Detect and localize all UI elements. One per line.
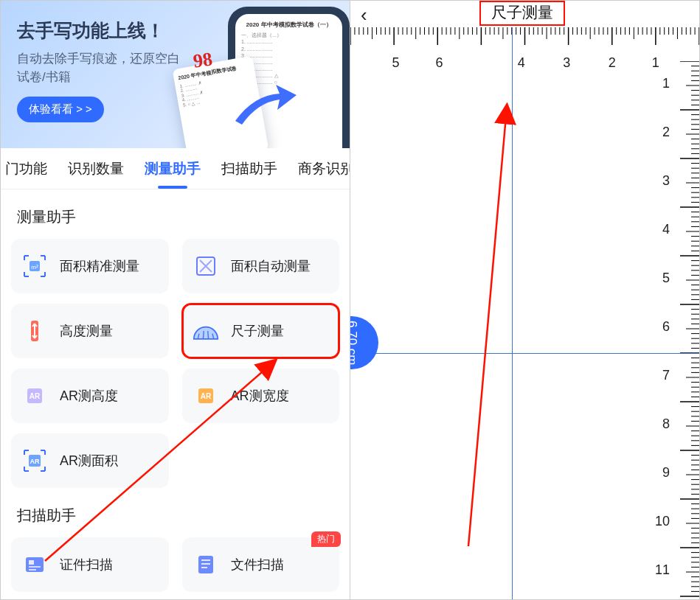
card-area-auto[interactable]: 面积自动测量	[182, 239, 340, 293]
card-label: 面积自动测量	[231, 257, 311, 275]
tab-0[interactable]: 门功能	[4, 159, 49, 178]
score-annotation: 98	[192, 48, 214, 72]
tab-3[interactable]: 扫描助手	[220, 159, 279, 178]
svg-text:AR: AR	[200, 392, 211, 400]
card-label: AR测高度	[60, 387, 118, 405]
r-num-3: 3	[662, 173, 670, 189]
svg-rect-13	[29, 569, 36, 571]
r-num-2: 2	[662, 125, 670, 140]
card-ar-width[interactable]: AR AR测宽度	[182, 369, 340, 423]
r-num-9: 9	[662, 465, 670, 481]
banner-title: 去手写功能上线！	[17, 18, 333, 43]
banner-subtitle: 自动去除手写痕迹，还原空白试卷/书籍	[17, 50, 187, 86]
top-num-0: 5	[392, 55, 399, 71]
right-screenshot: ‹ 尺子测量 6.70 cm 5	[350, 1, 699, 599]
top-ruler-numbers: 5 6 4 3 2 1	[350, 27, 699, 73]
svg-rect-16	[201, 563, 210, 565]
r-num-4: 4	[662, 222, 670, 237]
card-label: 尺子测量	[231, 322, 284, 340]
annotation-arrow-right	[350, 1, 699, 599]
measurement-badge[interactable]: 6.70 cm	[350, 316, 378, 369]
r-num-8: 8	[662, 416, 670, 432]
height-icon	[21, 318, 48, 344]
ar-area-icon: AR	[21, 447, 48, 474]
section-title-measure: 测量助手	[1, 189, 350, 231]
card-label: 证件扫描	[60, 556, 113, 573]
svg-text:AR: AR	[30, 458, 40, 465]
r-num-1: 1	[662, 76, 670, 91]
card-ar-height[interactable]: AR AR测高度	[11, 369, 169, 423]
svg-text:AR: AR	[30, 392, 41, 400]
crosshair-horizontal[interactable]	[350, 353, 699, 354]
banner-arrow-icon	[232, 80, 298, 132]
tab-2[interactable]: 测量助手	[143, 159, 202, 178]
svg-rect-12	[29, 566, 41, 568]
r-num-11: 11	[655, 562, 670, 578]
top-num-2: 4	[518, 55, 525, 71]
card-label: AR测面积	[60, 452, 118, 470]
ruler-icon	[193, 318, 219, 344]
top-num-1: 6	[436, 55, 443, 71]
card-doc-scan[interactable]: 热门 文件扫描	[182, 537, 340, 592]
card-area-precise[interactable]: m² 面积精准测量	[11, 239, 169, 293]
measure-grid: m² 面积精准测量 面积自动测量 高度测量 尺子测量	[1, 231, 350, 488]
left-screenshot: 去手写功能上线！ 自动去除手写痕迹，还原空白试卷/书籍 体验看看 > > 202…	[1, 1, 350, 599]
banner-cta-button[interactable]: 体验看看 > >	[17, 97, 104, 122]
svg-line-211	[468, 108, 507, 546]
top-num-3: 3	[563, 55, 570, 71]
section-title-scan: 扫描助手	[1, 488, 350, 530]
ar-width-icon: AR	[193, 383, 219, 409]
back-button[interactable]: ‹	[361, 4, 367, 27]
top-num-4: 2	[609, 55, 616, 71]
promo-banner: 去手写功能上线！ 自动去除手写痕迹，还原空白试卷/书籍 体验看看 > > 202…	[1, 1, 350, 148]
r-num-5: 5	[662, 271, 670, 286]
card-ar-area[interactable]: AR AR测面积	[11, 433, 169, 488]
doc-scan-icon	[193, 551, 219, 578]
area-precise-icon: m²	[21, 253, 48, 279]
scan-grid: 证件扫描 热门 文件扫描	[1, 530, 350, 592]
id-scan-icon	[21, 551, 48, 578]
card-ruler[interactable]: 尺子测量	[182, 304, 340, 358]
card-label: 高度测量	[60, 322, 113, 340]
ar-height-icon: AR	[21, 383, 48, 409]
card-id-scan[interactable]: 证件扫描	[11, 537, 169, 592]
category-tabs: 门功能 识别数量 测量助手 扫描助手 商务识别	[1, 148, 350, 189]
svg-text:m²: m²	[31, 264, 38, 271]
tab-4[interactable]: 商务识别	[297, 159, 350, 178]
card-label: 文件扫描	[231, 556, 284, 573]
r-num-10: 10	[655, 514, 670, 529]
area-auto-icon	[193, 253, 219, 279]
svg-rect-17	[201, 567, 207, 568]
card-height[interactable]: 高度测量	[11, 304, 169, 358]
tab-1[interactable]: 识别数量	[66, 159, 125, 178]
right-ruler-numbers: 1 2 3 4 5 6 7 8 9 10 11	[654, 61, 699, 599]
card-label: 面积精准测量	[60, 257, 139, 275]
card-label: AR测宽度	[231, 387, 289, 405]
r-num-6: 6	[662, 319, 670, 335]
svg-rect-15	[201, 559, 210, 561]
r-num-7: 7	[662, 368, 670, 383]
crosshair-vertical[interactable]	[512, 27, 513, 599]
hot-badge: 热门	[311, 531, 341, 547]
ruler-title: 尺子测量	[479, 1, 565, 26]
svg-rect-11	[29, 560, 34, 565]
